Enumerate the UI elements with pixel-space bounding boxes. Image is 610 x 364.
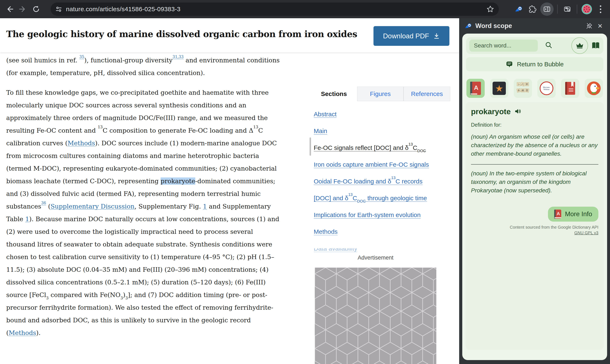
attribution-text: Content sourced from the Google Dictiona…	[471, 224, 598, 230]
forward-button[interactable]	[16, 2, 29, 16]
wordscope-megaphone-icon: W	[515, 5, 523, 13]
toc-link-implications[interactable]: Implications for Earth-system evolution	[314, 211, 420, 218]
side-panel-toggle-button[interactable]	[540, 2, 554, 16]
inline-link[interactable]: 1	[203, 203, 207, 210]
search-row	[466, 37, 603, 54]
extensions-button[interactable]	[527, 3, 538, 15]
inline-link[interactable]: Methods	[68, 140, 95, 147]
inline-link[interactable]: Supplementary Discussion	[50, 203, 135, 210]
toc-link-methods[interactable]: Methods	[314, 228, 338, 235]
toc-rail: Sections Figures References AbstractMain…	[311, 87, 450, 262]
download-icon	[433, 33, 440, 39]
article-sticky-header: The geologic history of marine dissolved…	[0, 18, 459, 52]
toolbar-divider	[557, 5, 558, 14]
more-info-button[interactable]: More Info	[548, 207, 598, 221]
source-tab-merriam-webster[interactable]: Merriam-Webster	[537, 79, 556, 98]
premium-button[interactable]	[571, 37, 588, 54]
toc-item-data-availability: Data availability	[314, 245, 450, 252]
kebab-menu-icon	[600, 5, 601, 13]
word-scope-card: Return to Bubble ★ シ八卦水維世 Merriam-Webste…	[462, 34, 607, 360]
tab-sections[interactable]: Sections	[311, 87, 357, 101]
close-panel-button[interactable]: ✕	[595, 21, 605, 31]
toc-scroll-indicator[interactable]	[310, 137, 311, 156]
toc-link-iron-ooids[interactable]: Iron ooids capture ambient Fe-OC signals	[314, 161, 429, 168]
definition-panel: prokaryote Definition for: (noun) An org…	[466, 102, 604, 350]
pronounce-button[interactable]	[514, 108, 521, 116]
definition-divider	[471, 164, 598, 165]
svg-text:W: W	[519, 7, 521, 10]
more-info-label: More Info	[565, 210, 592, 218]
source-tab-red-bookmark[interactable]	[561, 79, 579, 98]
toc-item-implications: Implications for Earth-system evolution	[314, 211, 450, 219]
advertisement-image	[315, 268, 436, 364]
search-icon	[545, 41, 553, 49]
return-to-bubble-button[interactable]: Return to Bubble	[466, 57, 603, 71]
source-tab-asian-tiles[interactable]: シ八卦水維世	[514, 79, 532, 98]
search-input[interactable]	[469, 39, 538, 52]
source-tab-duckduckgo[interactable]	[585, 79, 603, 98]
looked-up-word: prokaryote	[471, 107, 511, 116]
crown-icon	[576, 42, 584, 50]
menu-button[interactable]	[595, 3, 606, 15]
tab-references[interactable]: References	[404, 87, 450, 101]
close-icon: ✕	[597, 22, 603, 30]
toc-link-fe-oc-signals[interactable]: Fe-OC signals reflect [DOC] and δ13CDOC	[314, 144, 426, 151]
merriam-webster-icon: Merriam-Webster	[540, 81, 553, 95]
url-bar[interactable]: nature.com/articles/s41586-025-09383-3	[51, 2, 499, 16]
inline-link[interactable]: 1	[25, 215, 29, 223]
avatar-watermelon-icon	[581, 3, 593, 15]
search-button[interactable]	[545, 41, 553, 50]
puzzle-icon	[529, 5, 536, 13]
toc-link-abstract[interactable]: Abstract	[314, 111, 337, 117]
unpin-button[interactable]	[584, 21, 595, 31]
wordscope-extension-button[interactable]: W	[513, 3, 525, 15]
reference-link[interactable]: 35	[79, 54, 84, 59]
reference-link[interactable]: 31,33	[173, 54, 184, 59]
speaker-icon	[514, 108, 521, 115]
source-tab-star-dictionary[interactable]: ★	[490, 79, 508, 98]
article-paragraph: To fill these knowledge gaps, we co-prec…	[6, 86, 282, 339]
source-tab-red-dictionary[interactable]	[466, 79, 485, 98]
back-arrow-icon	[6, 5, 13, 13]
word-scope-header: W Word scope ✕	[459, 18, 610, 34]
dictionary-source-tabs: ★ シ八卦水維世 Merriam-Webster	[466, 79, 603, 98]
svg-text:W: W	[468, 24, 471, 27]
toc-link-doc-geologic-time[interactable]: [DOC] and δ13CDOC through geologic time	[314, 195, 427, 201]
dictionary-button[interactable]	[591, 42, 600, 50]
article-paragraph: (see soil humics in ref. 35), functional…	[6, 54, 282, 79]
toc-link-ooidal-loading[interactable]: Ooidal Fe-OC loading and δ13C records	[314, 178, 422, 185]
browser-window: nature.com/articles/s41586-025-09383-3 W	[0, 0, 610, 364]
reload-button[interactable]	[29, 2, 43, 16]
toc-link-data-availability[interactable]: Data availability	[314, 245, 357, 252]
article-body: (see soil humics in ref. 35), functional…	[6, 54, 282, 346]
word-scope-logo-icon: W	[464, 22, 472, 30]
reload-icon	[32, 5, 40, 13]
toc-link-main[interactable]: Main	[314, 128, 327, 134]
tab-figures[interactable]: Figures	[357, 87, 404, 101]
red-dictionary-icon	[470, 82, 481, 95]
return-to-bubble-label: Return to Bubble	[517, 61, 564, 68]
toolbar-right-cluster: W	[513, 0, 610, 18]
back-button[interactable]	[3, 2, 16, 16]
download-pdf-button[interactable]: Download PDF	[373, 26, 449, 46]
red-bookmark-icon	[565, 82, 575, 95]
bookmark-star-icon[interactable]	[486, 5, 494, 13]
asian-tiles-icon: シ八卦水維世	[516, 81, 530, 95]
gnu-gpl-link[interactable]: GNU GPL v3	[574, 231, 598, 235]
site-controls-icon[interactable]	[55, 6, 62, 13]
definition-2: (noun) In the two-empire system of biolo…	[471, 169, 598, 195]
search-tabs-button[interactable]	[561, 3, 573, 15]
word-scope-panel: W Word scope ✕	[459, 18, 610, 364]
article-page: (see soil humics in ref. 35), functional…	[0, 18, 459, 364]
inline-link[interactable]: Methods	[9, 329, 36, 337]
red-dictionary-icon	[554, 209, 561, 219]
ad-cube-pattern	[315, 268, 436, 364]
advertisement-label: Advertisement	[315, 255, 436, 261]
attribution: Content sourced from the Google Dictiona…	[471, 224, 598, 236]
reference-link[interactable]: 36	[41, 201, 46, 205]
profile-avatar[interactable]	[581, 3, 593, 15]
toolbar-divider	[577, 5, 577, 14]
browser-toolbar: nature.com/articles/s41586-025-09383-3 W	[0, 0, 610, 18]
toc-item-ooidal-loading: Ooidal Fe-OC loading and δ13C records	[314, 178, 450, 185]
url-text[interactable]: nature.com/articles/s41586-025-09383-3	[66, 6, 180, 13]
